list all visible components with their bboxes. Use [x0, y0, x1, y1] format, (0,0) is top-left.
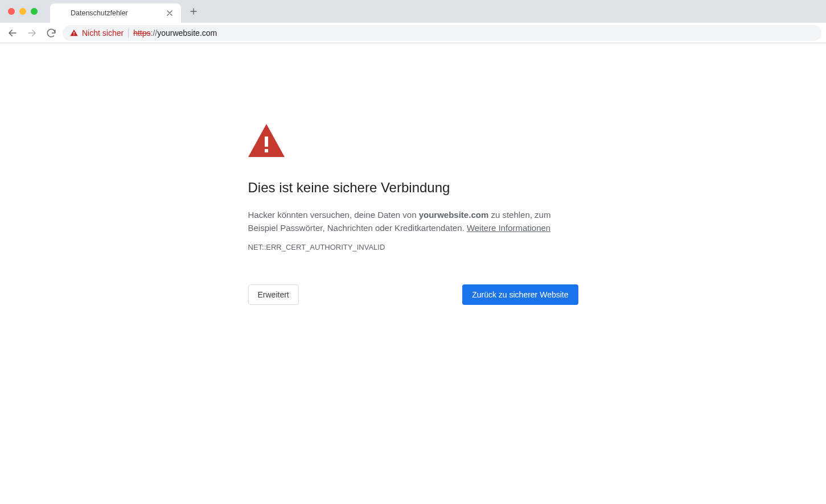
- forward-button[interactable]: [24, 25, 40, 41]
- warning-triangle-icon: [248, 124, 285, 157]
- advanced-button[interactable]: Erweitert: [248, 284, 299, 305]
- security-interstitial: Dies ist keine sichere Verbindung Hacker…: [248, 124, 578, 305]
- large-warning-icon: [248, 124, 578, 157]
- back-to-safety-button[interactable]: Zurück zu sicherer Website: [462, 284, 578, 305]
- window-controls: [6, 0, 42, 23]
- svg-rect-1: [73, 32, 74, 34]
- tab-strip: Datenschutzfehler: [0, 0, 826, 23]
- address-bar[interactable]: Nicht sicher https://yourwebsite.com: [63, 25, 821, 41]
- tab-title: Datenschutzfehler: [71, 9, 161, 17]
- reload-icon: [46, 28, 56, 38]
- desc-text-pre: Hacker könnten versuchen, deine Daten vo…: [248, 210, 419, 220]
- back-button[interactable]: [5, 25, 20, 41]
- window-zoom-button[interactable]: [31, 8, 38, 15]
- learn-more-link[interactable]: Weitere Informationen: [467, 223, 550, 233]
- interstitial-description: Hacker könnten versuchen, deine Daten vo…: [248, 208, 578, 235]
- tab-close-button[interactable]: [165, 9, 174, 18]
- url-display: https://yourwebsite.com: [133, 28, 217, 38]
- window-minimize-button[interactable]: [19, 8, 26, 15]
- svg-rect-4: [265, 149, 268, 152]
- new-tab-button[interactable]: [186, 3, 202, 19]
- security-label: Nicht sicher: [82, 28, 124, 38]
- tab-favicon-blank-icon: [57, 9, 66, 18]
- button-row: Erweitert Zurück zu sicherer Website: [248, 284, 578, 305]
- svg-rect-3: [265, 137, 268, 147]
- arrow-right-icon: [27, 28, 37, 38]
- window-close-button[interactable]: [8, 8, 15, 15]
- svg-rect-2: [73, 34, 74, 35]
- page-content: Dies ist keine sichere Verbindung Hacker…: [0, 43, 826, 305]
- warning-triangle-icon: [69, 28, 79, 38]
- reload-button[interactable]: [43, 25, 59, 41]
- close-icon: [167, 10, 172, 16]
- browser-tab[interactable]: Datenschutzfehler: [50, 3, 181, 23]
- url-host: yourwebsite.com: [157, 28, 217, 38]
- security-indicator[interactable]: Nicht sicher: [69, 28, 124, 38]
- browser-chrome: Datenschutzfehler Nicht: [0, 0, 826, 43]
- arrow-left-icon: [7, 28, 18, 38]
- plus-icon: [190, 8, 197, 15]
- interstitial-heading: Dies ist keine sichere Verbindung: [248, 180, 578, 196]
- omnibox-divider: [128, 28, 129, 38]
- url-scheme: https: [133, 28, 150, 38]
- error-code: NET::ERR_CERT_AUTHORITY_INVALID: [248, 243, 578, 251]
- url-separator: ://: [151, 28, 158, 38]
- toolbar: Nicht sicher https://yourwebsite.com: [0, 23, 826, 43]
- desc-site-name: yourwebsite.com: [419, 210, 489, 220]
- svg-rect-0: [57, 9, 65, 17]
